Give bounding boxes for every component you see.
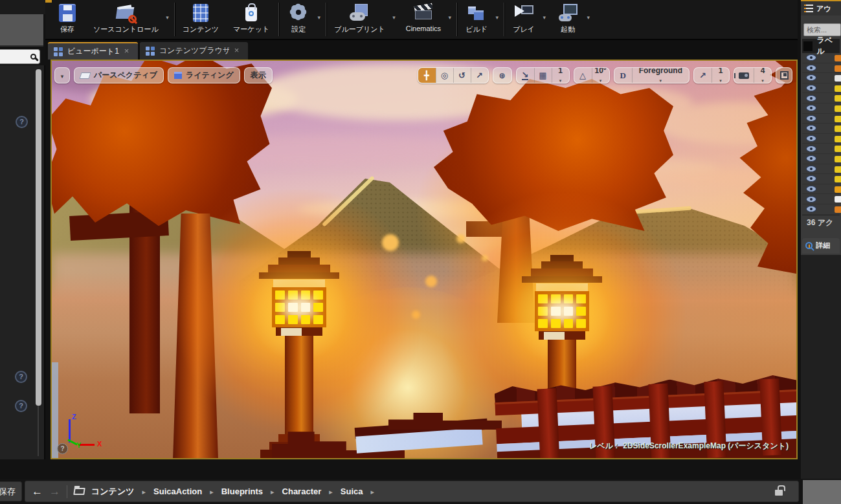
show-button[interactable]: 表示: [244, 67, 273, 83]
layer-snap-group: D Foreground: [614, 67, 690, 83]
breadcrumb-suica[interactable]: Suica: [341, 487, 379, 496]
outliner-row[interactable]: [802, 104, 840, 114]
forward-arrow-icon[interactable]: →: [49, 485, 60, 498]
outliner-row[interactable]: [802, 174, 840, 184]
outliner-row[interactable]: [802, 53, 840, 63]
visibility-eye-icon[interactable]: [806, 85, 816, 91]
perspective-icon: [79, 72, 91, 79]
settings-button[interactable]: 設定: [280, 0, 324, 39]
visibility-eye-icon[interactable]: [806, 166, 816, 172]
outliner-row[interactable]: [802, 194, 840, 204]
scale-snap-button[interactable]: ↗: [694, 68, 712, 83]
content-browser-save-button[interactable]: 保存: [0, 481, 22, 501]
left-scrollbar[interactable]: [36, 69, 41, 406]
level-viewport[interactable]: パースペクティブ ライティング 表示 ╋ ◎ ↺ ↗ ⊕ ↘ ▦ 1: [50, 60, 798, 459]
content-browser-tab-icon: [146, 47, 155, 56]
outliner-row[interactable]: [802, 83, 840, 94]
actor-icon: [835, 156, 841, 162]
visibility-eye-icon[interactable]: [806, 95, 816, 102]
outliner-row[interactable]: [802, 164, 840, 175]
breadcrumb-blueprints[interactable]: Blueprints: [221, 487, 280, 496]
visibility-eye-icon[interactable]: [806, 65, 816, 71]
scale-tool-button[interactable]: ↗: [471, 68, 488, 83]
actor-icon: [835, 146, 841, 152]
outliner-row[interactable]: [802, 144, 840, 154]
breadcrumb-suicaaction[interactable]: SuicaAction: [153, 487, 219, 496]
grid-size-dropdown[interactable]: 1: [552, 68, 569, 83]
outliner-row[interactable]: [802, 134, 840, 144]
perspective-button[interactable]: パースペクティブ: [74, 67, 164, 83]
maximize-viewport-button[interactable]: [776, 67, 792, 83]
blueprints-button[interactable]: ブループリント: [328, 0, 399, 39]
actor-icon: [835, 186, 841, 193]
outliner-row[interactable]: [802, 114, 840, 124]
folder-icon[interactable]: [73, 488, 85, 495]
visibility-eye-icon[interactable]: [806, 186, 816, 192]
outliner-body: ラベル 36 アク: [801, 16, 841, 255]
breadcrumb: コンテンツ SuicaAction Blueprints Character S…: [91, 486, 379, 498]
outliner-row[interactable]: [802, 124, 840, 134]
firefly: [382, 234, 399, 251]
translate-tool-button[interactable]: ╋: [418, 68, 436, 83]
launch-button[interactable]: 起動: [550, 0, 594, 39]
breadcrumb-character[interactable]: Character: [282, 487, 338, 496]
outliner-row[interactable]: [802, 63, 840, 74]
close-icon[interactable]: [124, 48, 131, 56]
camera-speed-value[interactable]: 4: [754, 68, 771, 83]
source-control-button[interactable]: ソースコントロール: [87, 0, 173, 39]
actor-icon: [835, 65, 841, 72]
grid-snap-button[interactable]: ▦: [534, 68, 552, 83]
surface-snap-button[interactable]: ↘: [517, 68, 534, 83]
camera-speed-button[interactable]: [734, 68, 754, 83]
marketplace-button[interactable]: マーケット: [227, 0, 277, 39]
close-icon[interactable]: [234, 47, 241, 55]
visibility-eye-icon[interactable]: [806, 105, 816, 111]
cinematics-button[interactable]: Cinematics: [399, 0, 455, 39]
view-mode-button[interactable]: ライティング: [168, 67, 240, 83]
outliner-row[interactable]: [802, 184, 840, 195]
left-search-box[interactable]: [0, 49, 40, 64]
visibility-column-header[interactable]: [803, 41, 813, 51]
tab-viewport1[interactable]: ビューポート1: [48, 42, 138, 60]
outliner-column-header[interactable]: ラベル: [802, 39, 840, 53]
outliner-row[interactable]: [802, 73, 840, 83]
outliner-row[interactable]: [802, 204, 840, 215]
visibility-eye-icon[interactable]: [806, 135, 816, 142]
play-button[interactable]: プレイ: [506, 0, 550, 39]
outliner-row[interactable]: [802, 93, 840, 104]
left-panel-fragment: [0, 14, 43, 47]
details-magnifier-icon: [805, 242, 813, 249]
toolbar-separator: [456, 3, 457, 36]
left-panel: ? ? ?: [0, 65, 45, 459]
visibility-eye-icon[interactable]: [806, 74, 816, 81]
actor-icon: [835, 126, 841, 132]
scale-snap-dropdown[interactable]: 1: [712, 68, 729, 83]
save-button[interactable]: 保存: [49, 0, 87, 39]
visibility-eye-icon[interactable]: [806, 115, 816, 122]
visibility-eye-icon[interactable]: [806, 146, 816, 152]
outliner-search-input[interactable]: [803, 23, 841, 36]
rotate-tool-button[interactable]: ◎: [436, 68, 453, 83]
visibility-eye-icon[interactable]: [806, 155, 816, 162]
layer-dropdown[interactable]: Foreground: [632, 68, 689, 83]
outliner-row[interactable]: [802, 154, 840, 164]
viewport-options-button[interactable]: [54, 67, 70, 83]
visibility-eye-icon[interactable]: [806, 175, 816, 182]
visibility-eye-icon[interactable]: [806, 206, 816, 212]
layer-snap-button[interactable]: D: [614, 68, 632, 83]
tab-content-browser[interactable]: コンテンツブラウザ: [140, 42, 248, 60]
visibility-eye-icon[interactable]: [806, 125, 816, 131]
visibility-eye-icon[interactable]: [806, 196, 816, 203]
rotate-widget-button[interactable]: ↺: [453, 68, 471, 83]
breadcrumb-content[interactable]: コンテンツ: [91, 486, 151, 498]
back-arrow-icon[interactable]: ←: [32, 485, 43, 498]
tab-outliner[interactable]: アウ: [801, 0, 841, 16]
visibility-eye-icon[interactable]: [806, 54, 816, 61]
coordinate-system-button[interactable]: ⊕: [493, 67, 512, 83]
build-button[interactable]: ビルド: [458, 0, 502, 39]
content-button[interactable]: コンテンツ: [176, 0, 227, 39]
rotation-angle-dropdown[interactable]: 10°: [592, 68, 609, 83]
rotation-snap-button[interactable]: △: [574, 68, 592, 83]
lock-icon[interactable]: [775, 490, 783, 496]
tab-details[interactable]: 詳細: [802, 238, 840, 254]
